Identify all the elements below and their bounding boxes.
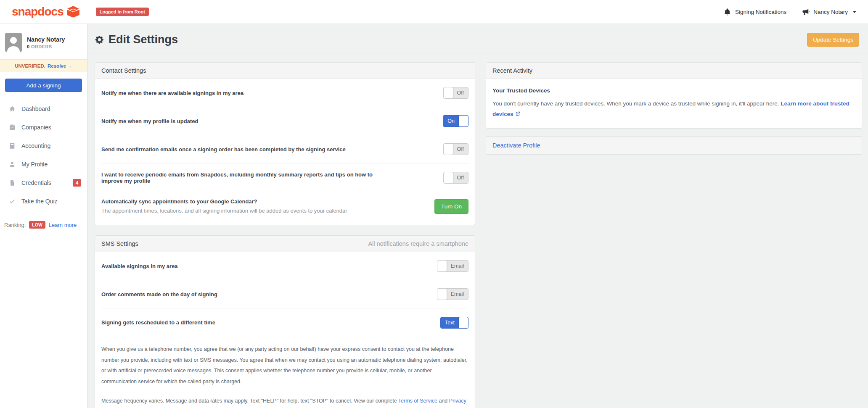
toggle-knob — [459, 317, 468, 328]
snapdocs-logo-text: snapdocs — [12, 5, 64, 18]
toggle-knob — [437, 261, 447, 271]
toggle-off[interactable]: Off — [443, 87, 468, 99]
resolve-link[interactable]: Resolve → — [48, 63, 72, 68]
sms-legal-text: When you give us a telephone number, you… — [95, 337, 475, 408]
ranking-learn-more-link[interactable]: Learn more — [49, 222, 77, 228]
setting-row: Signing gets rescheduled to a different … — [101, 308, 468, 337]
profile-summary: Nancy Notary 0 ORDERS — [0, 24, 87, 59]
sidebar-item-credentials[interactable]: Credentials4 — [0, 174, 87, 192]
trusted-devices-title: Your Trusted Devices — [492, 86, 855, 96]
topnav-right: Signing Notifications Nancy Notary — [723, 8, 856, 16]
setting-row: Notify me when there are available signi… — [101, 79, 468, 107]
sidebar-item-label: Companies — [21, 124, 51, 131]
terms-of-service-link[interactable]: Terms of Service — [398, 398, 437, 404]
trusted-devices-text: You don't currently have any trusted dev… — [492, 100, 781, 107]
toggle-state-label: Email — [447, 291, 468, 297]
calendar-sync-subtitle: The appointment times, locations, and al… — [101, 208, 347, 214]
toggle-knob — [459, 116, 468, 126]
deactivate-profile-link[interactable]: Deactivate Profile — [492, 142, 540, 149]
setting-row: Notify me when my profile is updatedOn — [101, 107, 468, 135]
main-content: Edit Settings Update Settings Contact Se… — [87, 24, 868, 408]
sidebar-item-label: My Profile — [21, 161, 48, 168]
contact-settings-header: Contact Settings — [95, 63, 475, 79]
document-icon — [9, 179, 16, 186]
sidebar-item-label: Accounting — [21, 142, 50, 149]
sms-legal-paragraph-1: When you give us a telephone number, you… — [101, 344, 468, 387]
recent-activity-panel: Recent Activity Your Trusted Devices You… — [486, 62, 862, 129]
toggle-state-label: On — [443, 118, 459, 124]
setting-label: Signing gets rescheduled to a different … — [101, 319, 215, 326]
snapdocs-cube-icon — [66, 6, 80, 18]
setting-label: Send me confirmation emails once a signi… — [101, 146, 346, 153]
sms-settings-panel: SMS Settings All notifications require a… — [95, 235, 475, 408]
gear-icon — [95, 35, 104, 45]
profile-name: Nancy Notary — [27, 36, 65, 44]
setting-row: Available signings in my areaEmail — [101, 252, 468, 280]
sidebar-item-companies[interactable]: Companies — [0, 118, 87, 137]
orders-count: 0 — [27, 44, 30, 49]
user-name-label: Nancy Notary — [813, 9, 848, 15]
toggle-text[interactable]: Text — [440, 317, 468, 329]
toggle-knob — [444, 144, 453, 155]
toggle-off[interactable]: Off — [443, 172, 468, 184]
toggle-knob — [437, 289, 447, 300]
setting-row: Order comments made on the day of signin… — [101, 280, 468, 308]
toggle-state-label: Off — [453, 146, 468, 152]
sms-settings-header: SMS Settings All notifications require a… — [95, 236, 475, 252]
add-signing-button[interactable]: Add a signing — [5, 79, 82, 92]
page-title: Edit Settings — [95, 33, 178, 46]
page-title-text: Edit Settings — [108, 33, 178, 46]
setting-row: I want to receive periodic emails from S… — [101, 163, 468, 192]
setting-label: Order comments made on the day of signin… — [101, 291, 217, 297]
setting-label: Notify me when there are available signi… — [101, 90, 243, 96]
snapdocs-logo[interactable]: snapdocs — [12, 5, 80, 18]
sidebar-item-accounting[interactable]: Accounting — [0, 137, 87, 155]
toggle-state-label: Off — [453, 175, 468, 181]
user-icon — [9, 161, 16, 168]
sidebar-item-my-profile[interactable]: My Profile — [0, 155, 87, 174]
briefcase-icon — [9, 124, 16, 131]
setting-label: I want to receive periodic emails from S… — [101, 171, 388, 184]
setting-label: Notify me when my profile is updated — [101, 118, 198, 124]
toggle-knob — [444, 172, 453, 183]
toggle-email[interactable]: Email — [437, 288, 468, 300]
avatar — [5, 33, 22, 52]
signing-notifications-link[interactable]: Signing Notifications — [723, 8, 786, 16]
external-link-icon — [515, 111, 521, 117]
toggle-on[interactable]: On — [443, 115, 468, 127]
check-icon — [9, 198, 16, 205]
toggle-state-label: Email — [447, 263, 468, 269]
calendar-sync-row: Automatically sync appointments to your … — [101, 192, 468, 225]
update-settings-button[interactable]: Update Settings — [807, 33, 859, 47]
calendar-turn-on-button[interactable]: Turn On — [434, 199, 468, 214]
credentials-count-badge: 4 — [73, 179, 81, 187]
megaphone-icon — [802, 8, 810, 16]
sms-settings-rows: Available signings in my areaEmailOrder … — [95, 252, 475, 337]
signing-notifications-label: Signing Notifications — [735, 9, 786, 15]
orders-summary: 0 ORDERS — [27, 44, 65, 49]
sidebar: Nancy Notary 0 ORDERS UNVERIFIED. Resolv… — [0, 24, 87, 408]
toggle-email[interactable]: Email — [437, 260, 468, 272]
home-icon — [9, 105, 16, 112]
sidebar-item-take-the-quiz[interactable]: Take the Quiz — [0, 192, 87, 211]
orders-label: ORDERS — [31, 44, 52, 49]
setting-label: Available signings in my area — [101, 263, 178, 269]
ranking-row: Ranking: LOW Learn more — [0, 215, 87, 234]
calculator-icon — [9, 142, 16, 149]
sidebar-item-dashboard[interactable]: Dashboard — [0, 100, 87, 118]
trusted-devices-section: Your Trusted Devices You don't currently… — [486, 79, 862, 128]
toggle-state-label: Off — [453, 90, 468, 96]
calendar-sync-text: Automatically sync appointments to your … — [101, 198, 347, 214]
chevron-down-icon — [853, 11, 856, 13]
toggle-off[interactable]: Off — [443, 143, 468, 155]
unverified-status: UNVERIFIED. — [15, 63, 45, 68]
recent-activity-header: Recent Activity — [486, 63, 862, 79]
sidebar-item-label: Take the Quiz — [21, 198, 58, 205]
logged-in-from-root-badge: Logged in from Root — [96, 8, 149, 16]
recent-activity-title: Recent Activity — [492, 67, 532, 74]
content-columns: Contact Settings Notify me when there ar… — [87, 53, 868, 408]
ranking-label: Ranking: — [4, 222, 26, 228]
deactivate-profile-bar: Deactivate Profile — [486, 136, 862, 155]
user-menu[interactable]: Nancy Notary — [802, 8, 856, 16]
activity-column: Recent Activity Your Trusted Devices You… — [486, 62, 862, 155]
